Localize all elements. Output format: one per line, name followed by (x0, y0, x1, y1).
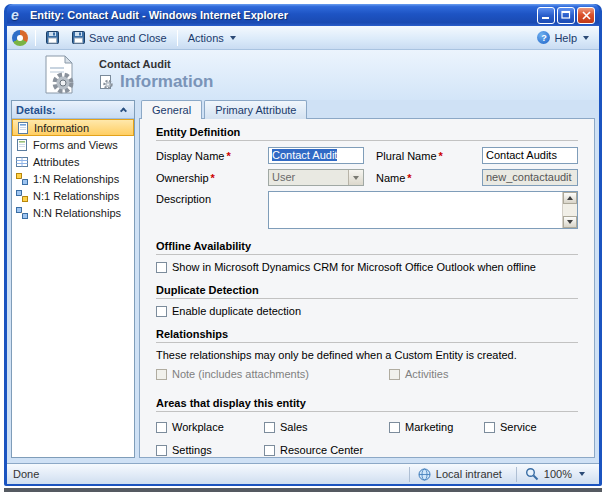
section-heading: Areas that display this entity (156, 394, 578, 412)
zone-label: Local intranet (436, 468, 502, 480)
titlebar[interactable]: e Entity: Contact Audit - Windows Intern… (7, 4, 599, 26)
plural-name-value: Contact Audits (486, 149, 557, 161)
description-textarea[interactable] (268, 191, 578, 229)
relationship-icon (16, 207, 28, 219)
save-icon (46, 31, 59, 44)
area-checkbox-label: Service (500, 421, 537, 433)
offline-checkbox[interactable] (156, 262, 167, 273)
required-marker: * (211, 172, 215, 184)
window-title: Entity: Contact Audit - Windows Internet… (30, 9, 533, 21)
area-checkbox-label: Sales (280, 421, 308, 433)
form-panel: Entity Definition Display Name* Contact … (139, 118, 595, 458)
sidebar-item-forms-and-views[interactable]: Forms and Views (12, 136, 134, 153)
ownership-select: User (268, 169, 364, 186)
minimize-icon (541, 10, 551, 20)
plural-name-input[interactable]: Contact Audits (482, 147, 578, 164)
scroll-down-button[interactable] (563, 216, 577, 228)
maximize-icon (561, 10, 571, 20)
close-icon (582, 11, 591, 20)
tab-label: Primary Attribute (215, 104, 296, 116)
description-label: Description (156, 191, 256, 205)
sidebar-header: Details: (12, 101, 134, 119)
area-sales-checkbox[interactable] (264, 422, 275, 433)
section-duplicate-detection: Duplicate Detection Enable duplicate det… (156, 281, 578, 317)
scroll-up-button[interactable] (563, 192, 577, 204)
sidebar-item-information[interactable]: Information (12, 119, 134, 136)
content-area: General Primary Attribute Entity Definit… (139, 100, 595, 458)
note-attachments-checkbox-label: Note (includes attachments) (172, 368, 309, 380)
form-icon (17, 122, 29, 134)
maximize-button[interactable] (557, 7, 575, 24)
relationship-icon (16, 190, 28, 202)
description-scrollbar[interactable] (562, 192, 577, 228)
chevron-down-icon (579, 472, 585, 476)
name-input: new_contactaudit (482, 169, 578, 186)
sidebar: Details: Information Forms and Views Att… (11, 100, 135, 458)
tab-general[interactable]: General (141, 100, 202, 119)
section-display-areas: Areas that display this entity Workplace… (156, 394, 578, 458)
entity-page-gear-icon (41, 54, 77, 96)
area-service-checkbox[interactable] (484, 422, 495, 433)
sidebar-item-attributes[interactable]: Attributes (12, 153, 134, 170)
section-entity-definition: Entity Definition Display Name* Contact … (156, 123, 578, 229)
browser-window: e Entity: Contact Audit - Windows Intern… (4, 4, 602, 486)
help-icon: ? (537, 31, 550, 44)
security-zone-indicator[interactable]: Local intranet (409, 467, 510, 482)
save-button[interactable] (41, 29, 64, 46)
relationship-icon (16, 173, 28, 185)
window-controls (537, 7, 595, 24)
main-area: Details: Information Forms and Views Att… (7, 100, 599, 463)
display-name-value: Contact Audit (272, 149, 337, 161)
sidebar-item-1n-relationships[interactable]: 1:N Relationships (12, 170, 134, 187)
save-and-close-button[interactable]: Save and Close (67, 29, 172, 46)
sidebar-item-nn-relationships[interactable]: N:N Relationships (12, 204, 134, 221)
section-heading: Relationships (156, 325, 578, 343)
sidebar-item-label: 1:N Relationships (33, 173, 119, 185)
sidebar-item-label: N:1 Relationships (33, 190, 119, 202)
area-settings-checkbox[interactable] (156, 445, 167, 456)
chevron-down-icon (583, 36, 589, 40)
name-value: new_contactaudit (486, 171, 572, 183)
toolbar-separator (177, 30, 178, 46)
dropdown-arrow-icon (348, 170, 363, 185)
close-button[interactable] (577, 7, 595, 24)
actions-menu-button[interactable]: Actions (183, 30, 241, 46)
help-menu-button[interactable]: ? Help (532, 29, 594, 46)
area-resource-center-checkbox[interactable] (264, 445, 275, 456)
collapse-sidebar-button[interactable] (117, 103, 130, 116)
display-name-label: Display Name* (156, 150, 256, 162)
name-label: Name* (376, 172, 470, 184)
magnifier-icon (525, 467, 539, 481)
activities-checkbox-label: Activities (405, 368, 448, 380)
status-text: Done (13, 468, 403, 480)
area-checkbox-label: Marketing (405, 421, 453, 433)
arrow-down-icon (567, 220, 573, 224)
tab-primary-attribute[interactable]: Primary Attribute (204, 100, 307, 119)
required-marker: * (226, 150, 230, 162)
display-name-input[interactable]: Contact Audit (268, 147, 364, 164)
area-checkbox-label: Workplace (172, 421, 224, 433)
intranet-globe-icon (418, 468, 431, 481)
note-attachments-checkbox (156, 369, 167, 380)
section-heading: Entity Definition (156, 123, 578, 141)
relationships-note: These relationships may only be defined … (156, 349, 578, 361)
plural-name-label: Plural Name* (376, 150, 470, 162)
tab-label: General (152, 104, 191, 116)
area-marketing-checkbox[interactable] (389, 422, 400, 433)
crm-logo-icon (12, 30, 28, 46)
zoom-level: 100% (544, 468, 572, 480)
window-client-area: Save and Close Actions ? Help (7, 26, 599, 484)
sidebar-item-n1-relationships[interactable]: N:1 Relationships (12, 187, 134, 204)
area-workplace-checkbox[interactable] (156, 422, 167, 433)
minimize-button[interactable] (537, 7, 555, 24)
section-offline-availability: Offline Availability Show in Microsoft D… (156, 237, 578, 273)
zoom-control[interactable]: 100% (516, 467, 593, 482)
duplicate-detection-checkbox-label: Enable duplicate detection (172, 305, 301, 317)
duplicate-detection-checkbox[interactable] (156, 306, 167, 317)
sidebar-item-label: Forms and Views (33, 139, 118, 151)
page: e Entity: Contact Audit - Windows Intern… (0, 0, 606, 494)
entity-name: Contact Audit (99, 58, 214, 70)
sidebar-item-label: N:N Relationships (33, 207, 121, 219)
sidebar-item-label: Information (34, 122, 89, 134)
toolbar-separator (35, 30, 36, 46)
